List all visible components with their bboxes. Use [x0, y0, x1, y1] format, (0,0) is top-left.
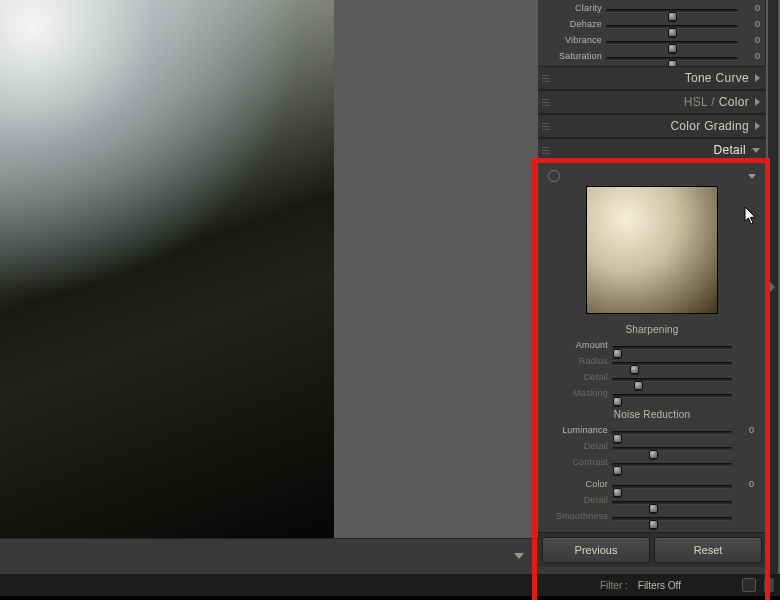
- clarity-track[interactable]: [606, 9, 738, 12]
- reset-button[interactable]: Reset: [654, 537, 762, 563]
- vibrance-label: Vibrance: [538, 35, 602, 45]
- clarity-label: Clarity: [538, 3, 602, 13]
- detail-zoom-dropdown-icon[interactable]: [748, 174, 756, 179]
- hsl-label: HSL /: [684, 95, 715, 109]
- image-canvas[interactable]: [0, 0, 334, 538]
- slider-thumb[interactable]: [613, 397, 622, 406]
- sharpen-detail-slider[interactable]: Detail: [544, 371, 760, 387]
- detail-label: Detail: [714, 143, 746, 157]
- saturation-slider[interactable]: Saturation 0: [538, 50, 766, 66]
- clarity-value[interactable]: 0: [740, 3, 760, 13]
- detail-preview-thumbnail[interactable]: [586, 186, 718, 314]
- slider-thumb[interactable]: [649, 520, 658, 529]
- sharpen-masking-slider[interactable]: Masking: [544, 387, 760, 403]
- noise-color-slider[interactable]: Color 0: [544, 478, 760, 494]
- detail-panel-body: Sharpening Amount Radius Detail Masking: [538, 162, 766, 532]
- develop-panel: Clarity 0 Dehaze 0 Vibrance 0 Saturation…: [538, 0, 766, 574]
- detail-header[interactable]: Detail: [538, 138, 766, 162]
- sharpen-amount-label: Amount: [544, 340, 608, 350]
- chevron-down-icon: [752, 148, 760, 153]
- sharpening-subheader: Sharpening: [544, 324, 760, 335]
- panel-grip-icon: [542, 123, 550, 131]
- chevron-right-icon: [755, 98, 760, 106]
- sharpen-amount-slider[interactable]: Amount: [544, 339, 760, 355]
- filmstrip-filter-bar: Filter : Filters Off: [0, 574, 780, 596]
- panel-footer-buttons: Previous Reset: [538, 532, 766, 567]
- hsl-color-header[interactable]: HSL / Color: [538, 90, 766, 114]
- dehaze-label: Dehaze: [538, 19, 602, 29]
- noise-luminance-slider[interactable]: Luminance 0: [544, 424, 760, 440]
- vibrance-slider[interactable]: Vibrance 0: [538, 34, 766, 50]
- filter-status[interactable]: Filters Off: [638, 580, 681, 591]
- toolbar-dropdown-icon[interactable]: [514, 553, 524, 559]
- detail-target-icon[interactable]: [548, 170, 560, 182]
- vibrance-track[interactable]: [606, 41, 738, 44]
- dehaze-track[interactable]: [606, 25, 738, 28]
- basic-panel-tail: Clarity 0 Dehaze 0 Vibrance 0 Saturation…: [538, 0, 766, 66]
- vibrance-value[interactable]: 0: [740, 35, 760, 45]
- sharpen-radius-slider[interactable]: Radius: [544, 355, 760, 371]
- filter-label: Filter :: [600, 580, 628, 591]
- scrollbar-handle[interactable]: [764, 578, 774, 592]
- noise-color-detail-slider[interactable]: Detail: [544, 494, 760, 510]
- dehaze-value[interactable]: 0: [740, 19, 760, 29]
- saturation-value[interactable]: 0: [740, 51, 760, 61]
- main-photo: [0, 0, 334, 538]
- filter-switch-icon[interactable]: [742, 578, 756, 592]
- detail-preview-controls: [544, 170, 760, 186]
- color-label: Color: [719, 95, 749, 109]
- slider-thumb[interactable]: [613, 466, 622, 475]
- color-grading-label: Color Grading: [670, 119, 749, 133]
- panel-grip-icon: [542, 147, 550, 155]
- chevron-right-icon: [755, 74, 760, 82]
- previous-button[interactable]: Previous: [542, 537, 650, 563]
- panel-grip-icon: [542, 75, 550, 83]
- noise-lum-detail-slider[interactable]: Detail: [544, 440, 760, 456]
- panel-collapse-icon: [769, 281, 775, 293]
- saturation-label: Saturation: [538, 51, 602, 61]
- clarity-slider[interactable]: Clarity 0: [538, 2, 766, 18]
- noise-reduction-subheader: Noise Reduction: [544, 409, 760, 420]
- tone-curve-header[interactable]: Tone Curve: [538, 66, 766, 90]
- right-panel-toggle[interactable]: [768, 0, 778, 574]
- noise-contrast-slider[interactable]: Contrast: [544, 456, 760, 472]
- dehaze-slider[interactable]: Dehaze 0: [538, 18, 766, 34]
- panel-grip-icon: [542, 99, 550, 107]
- tone-curve-label: Tone Curve: [685, 71, 749, 85]
- noise-smoothness-slider[interactable]: Smoothness: [544, 510, 760, 526]
- bottom-border: [0, 596, 780, 600]
- color-grading-header[interactable]: Color Grading: [538, 114, 766, 138]
- chevron-right-icon: [755, 122, 760, 130]
- saturation-track[interactable]: [606, 57, 738, 60]
- app-root: Clarity 0 Dehaze 0 Vibrance 0 Saturation…: [0, 0, 780, 600]
